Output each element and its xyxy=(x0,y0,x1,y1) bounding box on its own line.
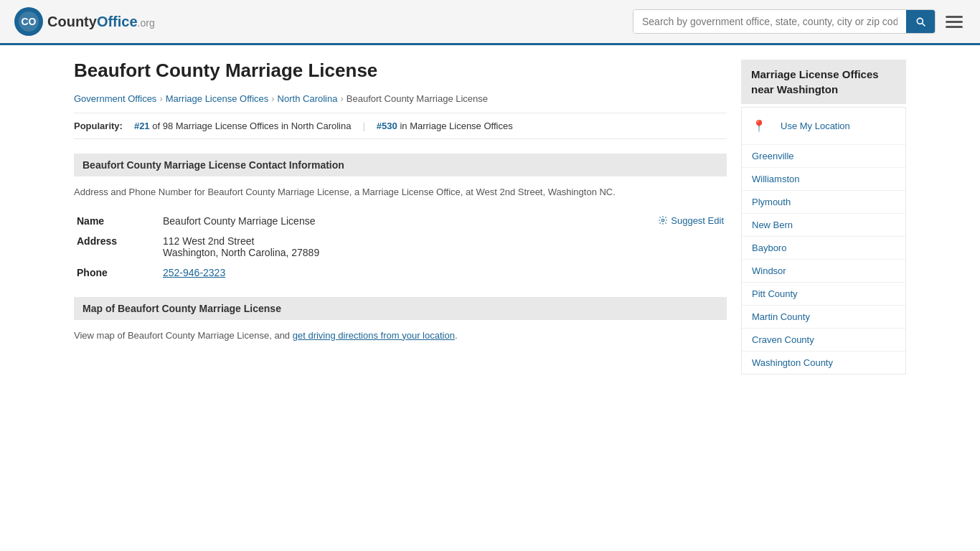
sidebar-link-plymouth[interactable]: Plymouth xyxy=(742,191,905,213)
contact-phone-row: Phone 252-946-2323 xyxy=(74,263,727,283)
search-input[interactable] xyxy=(633,10,906,33)
list-item: Williamston xyxy=(742,168,905,191)
use-location-link[interactable]: Use My Location xyxy=(771,115,860,137)
contact-phone-link[interactable]: 252-946-2323 xyxy=(163,267,225,278)
header-right xyxy=(633,9,966,34)
logo-icon: CO xyxy=(14,7,43,36)
breadcrumb-sep: › xyxy=(159,93,162,104)
contact-address-label: Address xyxy=(74,231,160,263)
driving-directions-link[interactable]: get driving directions from your locatio… xyxy=(293,330,455,341)
popularity-divider: | xyxy=(362,121,364,131)
contact-description: Address and Phone Number for Beaufort Co… xyxy=(74,185,727,199)
sidebar-header: Marriage License Offices near Washington xyxy=(741,60,906,104)
sidebar-link-windsor[interactable]: Windsor xyxy=(742,260,905,282)
contact-name-value: Beaufort County Marriage License Suggest… xyxy=(160,211,727,231)
suggest-edit-button[interactable]: Suggest Edit xyxy=(658,215,724,226)
logo-text: CountyOffice.org xyxy=(47,14,155,30)
popularity-rank2: #530 in Marriage License Offices xyxy=(377,121,513,131)
hamburger-menu-button[interactable] xyxy=(943,13,966,31)
breadcrumb: Government Offices › Marriage License Of… xyxy=(74,93,727,104)
contact-address-row: Address 112 West 2nd Street Washington, … xyxy=(74,231,727,263)
breadcrumb-marriage-license-offices[interactable]: Marriage License Offices xyxy=(166,93,269,104)
search-button[interactable] xyxy=(906,10,935,33)
sidebar-link-pitt-county[interactable]: Pitt County xyxy=(742,283,905,305)
sidebar: Marriage License Offices near Washington… xyxy=(741,60,906,375)
list-item: Plymouth xyxy=(742,191,905,214)
search-bar xyxy=(633,9,936,34)
list-item: Martin County xyxy=(742,306,905,329)
sidebar-list: 📍 Use My Location Greenville Williamston… xyxy=(741,107,906,375)
main-container: Beaufort County Marriage License Governm… xyxy=(60,45,920,389)
content-area: Beaufort County Marriage License Governm… xyxy=(74,60,727,375)
breadcrumb-current: Beaufort County Marriage License xyxy=(347,93,488,104)
breadcrumb-sep: › xyxy=(271,93,274,104)
contact-name-label: Name xyxy=(74,211,160,231)
menu-line xyxy=(946,16,963,18)
search-icon xyxy=(915,16,926,27)
popularity-label: Popularity: xyxy=(74,121,123,131)
sidebar-link-martin-county[interactable]: Martin County xyxy=(742,306,905,328)
popularity-rank1: #21 of 98 Marriage License Offices in No… xyxy=(134,121,352,131)
contact-address-value: 112 West 2nd Street Washington, North Ca… xyxy=(160,231,727,263)
suggest-edit-icon xyxy=(658,215,668,225)
breadcrumb-government-offices[interactable]: Government Offices xyxy=(74,93,156,104)
sidebar-link-bayboro[interactable]: Bayboro xyxy=(742,237,905,259)
breadcrumb-north-carolina[interactable]: North Carolina xyxy=(278,93,338,104)
popularity-bar: Popularity: #21 of 98 Marriage License O… xyxy=(74,113,727,139)
sidebar-link-washington-county[interactable]: Washington County xyxy=(742,352,905,374)
list-item: Greenville xyxy=(742,145,905,168)
contact-name-row: Name Beaufort County Marriage License Su… xyxy=(74,211,727,231)
svg-text:CO: CO xyxy=(22,16,37,27)
breadcrumb-sep: › xyxy=(340,93,343,104)
sidebar-link-craven-county[interactable]: Craven County xyxy=(742,329,905,351)
svg-point-3 xyxy=(662,219,665,222)
menu-line xyxy=(946,21,963,23)
list-item: Washington County xyxy=(742,352,905,374)
contact-section-header: Beaufort County Marriage License Contact… xyxy=(74,154,727,176)
list-item: New Bern xyxy=(742,214,905,237)
map-section-header: Map of Beaufort County Marriage License xyxy=(74,297,727,320)
sidebar-link-new-bern[interactable]: New Bern xyxy=(742,214,905,236)
use-location-item[interactable]: 📍 Use My Location xyxy=(742,108,905,145)
list-item: Pitt County xyxy=(742,283,905,306)
location-pin-icon: 📍 xyxy=(752,119,766,133)
contact-table: Name Beaufort County Marriage License Su… xyxy=(74,211,727,283)
menu-line xyxy=(946,26,963,28)
list-item: Craven County xyxy=(742,329,905,352)
list-item: Windsor xyxy=(742,260,905,283)
sidebar-link-greenville[interactable]: Greenville xyxy=(742,145,905,167)
map-description: View map of Beaufort County Marriage Lic… xyxy=(74,329,727,343)
sidebar-link-williamston[interactable]: Williamston xyxy=(742,168,905,190)
contact-phone-label: Phone xyxy=(74,263,160,283)
list-item: Bayboro xyxy=(742,237,905,260)
header: CO CountyOffice.org xyxy=(0,0,980,45)
logo-area: CO CountyOffice.org xyxy=(14,7,155,36)
page-title: Beaufort County Marriage License xyxy=(74,60,727,82)
